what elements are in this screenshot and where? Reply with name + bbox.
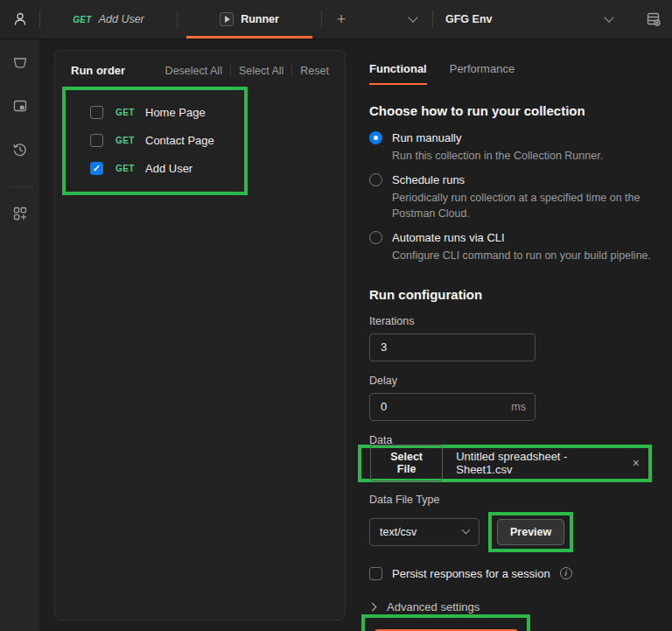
delay-label: Delay <box>369 375 667 387</box>
delay-input[interactable] <box>370 400 511 413</box>
advanced-settings-label: Advanced settings <box>387 600 480 613</box>
option-description: Configure CLI command to run on your bui… <box>392 248 654 263</box>
method-badge: GET <box>116 108 138 117</box>
tab-runner[interactable]: Runner <box>178 0 321 39</box>
iterations-input[interactable] <box>369 333 536 361</box>
tab-performance[interactable]: Performance <box>450 62 514 85</box>
chevron-down-icon <box>462 526 471 535</box>
chevron-down-icon[interactable] <box>604 12 613 22</box>
environment-quick-look-icon <box>646 11 662 27</box>
delay-field: ms <box>369 393 536 421</box>
request-name: Contact Page <box>145 134 214 147</box>
option-automate-cli[interactable]: Automate runs via CLI Configure CLI comm… <box>369 231 667 263</box>
active-tab-underline <box>186 36 312 39</box>
run-order-title: Run order <box>71 64 125 77</box>
delay-unit: ms <box>511 401 535 413</box>
sidebar-item-history[interactable] <box>10 139 31 160</box>
select-file-button[interactable]: Select File <box>370 445 443 481</box>
select-all-button[interactable]: Select All <box>231 65 291 77</box>
option-label: Run manually <box>392 131 462 144</box>
run-order-panel: Run order Deselect All Select All Reset … <box>54 50 346 620</box>
plus-icon: + <box>337 11 346 29</box>
reset-button[interactable]: Reset <box>292 65 329 77</box>
advanced-settings-toggle[interactable]: Advanced settings <box>369 600 667 613</box>
chevron-down-icon <box>408 12 417 22</box>
left-sidebar <box>0 39 39 631</box>
runner-settings-panel: Functional Performance Choose how to run… <box>369 39 667 631</box>
workspaces-icon <box>11 205 29 222</box>
checkbox-unchecked[interactable] <box>90 106 103 119</box>
option-description: Run this collection in the Collection Ru… <box>392 148 654 164</box>
tab-options-button[interactable] <box>394 0 432 39</box>
environment-quick-look-button[interactable] <box>635 11 672 27</box>
method-badge: GET <box>116 164 138 173</box>
info-icon: i <box>560 567 572 579</box>
select-value: text/csv <box>380 526 416 538</box>
option-label: Schedule runs <box>392 173 465 186</box>
data-file-type-label: Data File Type <box>369 494 667 506</box>
option-run-manually[interactable]: Run manually Run this collection in the … <box>369 131 667 164</box>
iterations-label: Iterations <box>369 315 667 327</box>
preview-button[interactable]: Preview <box>497 519 564 545</box>
tab-label: Runner <box>241 13 279 25</box>
environment-section: GFG Env <box>433 0 672 39</box>
run-mode-heading: Choose how to run your collection <box>369 103 667 118</box>
annotation-box-data-file: Select File Untitled spreadsheet - Sheet… <box>358 445 652 482</box>
method-badge: GET <box>73 15 91 25</box>
radio-unselected[interactable] <box>369 231 382 244</box>
checkbox-checked[interactable]: ✓ <box>90 162 103 175</box>
radio-selected[interactable] <box>369 131 382 144</box>
play-icon <box>220 12 234 26</box>
tab-request-add-user[interactable]: GET Add User <box>40 0 177 39</box>
annotation-box-run-button: Run Geeks for Geeks <box>361 614 530 631</box>
new-tab-button[interactable]: + <box>322 0 360 39</box>
checkbox-unchecked[interactable] <box>90 134 103 147</box>
persist-label: Persist responses for a session <box>392 567 550 580</box>
annotation-box-run-order: GET Home Page GET Contact Page ✓ GET Add… <box>62 87 248 195</box>
request-name: Home Page <box>145 106 206 119</box>
tab-label: Add User <box>99 13 144 25</box>
request-name: Add User <box>145 162 192 175</box>
collections-icon <box>11 53 29 71</box>
run-item-add-user[interactable]: ✓ GET Add User <box>66 154 244 182</box>
run-configuration-heading: Run configuration <box>369 287 667 302</box>
remove-file-icon[interactable]: × <box>633 456 640 470</box>
method-badge: GET <box>116 136 138 145</box>
option-schedule-runs[interactable]: Schedule runs Periodically run collectio… <box>369 173 667 221</box>
radio-unselected[interactable] <box>369 173 382 186</box>
environment-selector[interactable]: GFG Env <box>445 13 492 25</box>
sidebar-item-workspaces[interactable] <box>10 203 31 224</box>
sidebar-item-collections[interactable] <box>10 52 31 73</box>
persist-responses-option[interactable]: Persist responses for a session i <box>369 567 667 580</box>
history-icon <box>11 141 29 158</box>
option-label: Automate runs via CLI <box>392 231 505 244</box>
deselect-all-button[interactable]: Deselect All <box>158 65 230 77</box>
run-item-contact-page[interactable]: GET Contact Page <box>66 126 244 154</box>
divider <box>8 186 32 187</box>
data-file-type-select[interactable]: text/csv <box>369 518 480 546</box>
sidebar-item-environments[interactable] <box>10 95 31 116</box>
annotation-box-preview: Preview <box>488 512 573 552</box>
user-icon <box>12 11 28 27</box>
settings-tabs: Functional Performance <box>369 62 667 85</box>
chevron-right-icon <box>368 602 377 611</box>
checkbox-unchecked[interactable] <box>369 567 382 580</box>
selected-file-name: Untitled spreadsheet - Sheet1.csv <box>456 450 614 476</box>
run-item-home-page[interactable]: GET Home Page <box>66 98 244 126</box>
run-order-header: Run order Deselect All Select All Reset <box>55 51 345 84</box>
environments-icon <box>11 97 29 115</box>
tab-functional[interactable]: Functional <box>369 62 427 85</box>
option-description: Periodically run collection at a specifi… <box>392 190 654 221</box>
top-bar: GET Add User Runner + GFG Env <box>0 0 672 39</box>
account-button[interactable] <box>0 0 39 39</box>
